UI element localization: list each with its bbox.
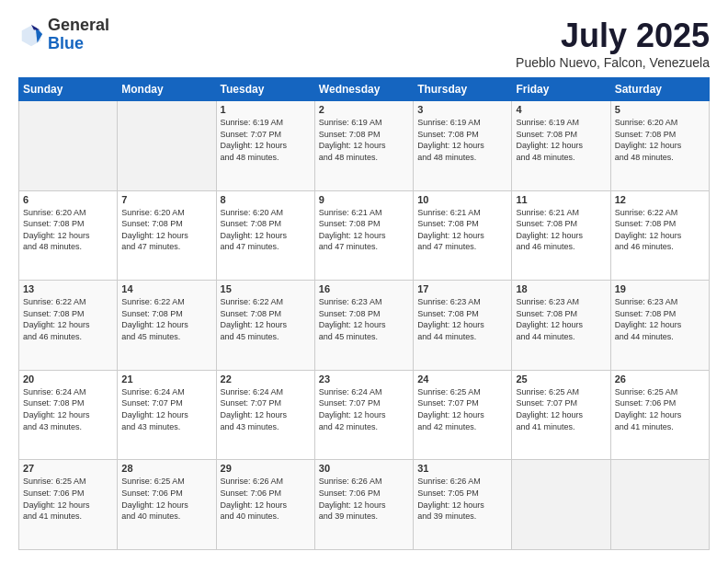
logo-general-text: General [48,16,109,34]
calendar-cell: 12Sunrise: 6:22 AM Sunset: 7:08 PM Dayli… [610,190,709,281]
calendar-header-row: SundayMondayTuesdayWednesdayThursdayFrid… [19,78,710,101]
calendar-cell: 11Sunrise: 6:21 AM Sunset: 7:08 PM Dayli… [512,190,610,281]
day-info: Sunrise: 6:23 AM Sunset: 7:08 PM Dayligh… [417,296,507,342]
calendar-cell: 18Sunrise: 6:23 AM Sunset: 7:08 PM Dayli… [512,281,610,371]
day-number: 12 [615,194,705,205]
day-info: Sunrise: 6:25 AM Sunset: 7:06 PM Dayligh… [121,476,211,522]
day-number: 30 [319,463,409,474]
day-number: 15 [221,283,311,294]
day-number: 14 [121,283,211,294]
day-number: 29 [221,463,311,474]
day-of-week-header: Monday [118,78,216,101]
calendar-week-row: 13Sunrise: 6:22 AM Sunset: 7:08 PM Dayli… [19,281,710,371]
day-of-week-header: Wednesday [314,78,413,101]
day-number: 24 [417,373,507,385]
day-number: 25 [516,373,606,385]
calendar-table: SundayMondayTuesdayWednesdayThursdayFrid… [18,77,710,550]
day-number: 17 [417,283,507,294]
header: General Blue July 2025 Pueblo Nuevo, Fal… [18,17,710,70]
calendar-cell: 9Sunrise: 6:21 AM Sunset: 7:08 PM Daylig… [314,190,413,281]
calendar-cell: 7Sunrise: 6:20 AM Sunset: 7:08 PM Daylig… [118,190,216,281]
day-number: 27 [23,463,113,474]
calendar-cell [118,101,216,191]
day-number: 26 [615,373,705,385]
calendar-cell: 16Sunrise: 6:23 AM Sunset: 7:08 PM Dayli… [314,281,413,371]
day-info: Sunrise: 6:19 AM Sunset: 7:08 PM Dayligh… [319,117,409,163]
calendar-cell: 5Sunrise: 6:20 AM Sunset: 7:08 PM Daylig… [610,101,709,191]
day-info: Sunrise: 6:24 AM Sunset: 7:07 PM Dayligh… [221,386,311,432]
calendar-cell: 27Sunrise: 6:25 AM Sunset: 7:06 PM Dayli… [19,460,118,550]
calendar-cell: 3Sunrise: 6:19 AM Sunset: 7:08 PM Daylig… [414,101,512,191]
day-of-week-header: Thursday [414,78,512,101]
day-of-week-header: Friday [512,78,610,101]
day-info: Sunrise: 6:19 AM Sunset: 7:07 PM Dayligh… [221,117,311,163]
day-number: 11 [516,194,606,205]
calendar-cell: 2Sunrise: 6:19 AM Sunset: 7:08 PM Daylig… [314,101,413,191]
month-title: July 2025 [516,17,710,55]
day-info: Sunrise: 6:21 AM Sunset: 7:08 PM Dayligh… [516,207,606,253]
day-info: Sunrise: 6:21 AM Sunset: 7:08 PM Dayligh… [319,207,409,253]
day-number: 31 [417,463,507,474]
day-info: Sunrise: 6:22 AM Sunset: 7:08 PM Dayligh… [221,296,311,342]
day-info: Sunrise: 6:19 AM Sunset: 7:08 PM Dayligh… [417,117,507,163]
calendar-week-row: 1Sunrise: 6:19 AM Sunset: 7:07 PM Daylig… [19,101,710,191]
day-info: Sunrise: 6:26 AM Sunset: 7:05 PM Dayligh… [417,476,507,522]
calendar-cell: 24Sunrise: 6:25 AM Sunset: 7:07 PM Dayli… [414,370,512,460]
day-info: Sunrise: 6:21 AM Sunset: 7:08 PM Dayligh… [417,207,507,253]
day-number: 13 [23,283,113,294]
calendar-cell: 28Sunrise: 6:25 AM Sunset: 7:06 PM Dayli… [118,460,216,550]
day-info: Sunrise: 6:22 AM Sunset: 7:08 PM Dayligh… [23,296,113,342]
day-number: 19 [615,283,705,294]
calendar-cell: 19Sunrise: 6:23 AM Sunset: 7:08 PM Dayli… [610,281,709,371]
day-number: 20 [23,373,113,385]
calendar-cell: 17Sunrise: 6:23 AM Sunset: 7:08 PM Dayli… [414,281,512,371]
day-number: 1 [221,104,311,115]
day-number: 3 [417,104,507,115]
calendar-cell [610,460,709,550]
calendar-cell: 26Sunrise: 6:25 AM Sunset: 7:06 PM Dayli… [610,370,709,460]
calendar-cell: 22Sunrise: 6:24 AM Sunset: 7:07 PM Dayli… [216,370,314,460]
day-number: 9 [319,194,409,205]
day-number: 18 [516,283,606,294]
day-number: 28 [121,463,211,474]
day-number: 8 [221,194,311,205]
calendar-cell: 30Sunrise: 6:26 AM Sunset: 7:06 PM Dayli… [314,460,413,550]
day-info: Sunrise: 6:25 AM Sunset: 7:06 PM Dayligh… [615,386,705,432]
day-info: Sunrise: 6:19 AM Sunset: 7:08 PM Dayligh… [516,117,606,163]
day-info: Sunrise: 6:24 AM Sunset: 7:08 PM Dayligh… [23,386,113,432]
day-info: Sunrise: 6:25 AM Sunset: 7:07 PM Dayligh… [516,386,606,432]
calendar-cell: 14Sunrise: 6:22 AM Sunset: 7:08 PM Dayli… [118,281,216,371]
calendar-cell: 4Sunrise: 6:19 AM Sunset: 7:08 PM Daylig… [512,101,610,191]
day-number: 7 [121,194,211,205]
day-of-week-header: Sunday [19,78,118,101]
calendar-cell: 25Sunrise: 6:25 AM Sunset: 7:07 PM Dayli… [512,370,610,460]
day-info: Sunrise: 6:22 AM Sunset: 7:08 PM Dayligh… [121,296,211,342]
calendar-week-row: 20Sunrise: 6:24 AM Sunset: 7:08 PM Dayli… [19,370,710,460]
calendar-cell: 29Sunrise: 6:26 AM Sunset: 7:06 PM Dayli… [216,460,314,550]
day-info: Sunrise: 6:20 AM Sunset: 7:08 PM Dayligh… [615,117,705,163]
calendar-cell [512,460,610,550]
day-info: Sunrise: 6:26 AM Sunset: 7:06 PM Dayligh… [221,476,311,522]
day-info: Sunrise: 6:20 AM Sunset: 7:08 PM Dayligh… [23,207,113,253]
day-info: Sunrise: 6:24 AM Sunset: 7:07 PM Dayligh… [319,386,409,432]
calendar-cell [19,101,118,191]
page: General Blue July 2025 Pueblo Nuevo, Fal… [0,0,728,563]
logo: General Blue [18,17,109,53]
day-info: Sunrise: 6:26 AM Sunset: 7:06 PM Dayligh… [319,476,409,522]
day-info: Sunrise: 6:23 AM Sunset: 7:08 PM Dayligh… [615,296,705,342]
calendar-week-row: 6Sunrise: 6:20 AM Sunset: 7:08 PM Daylig… [19,190,710,281]
day-number: 16 [319,283,409,294]
location-subtitle: Pueblo Nuevo, Falcon, Venezuela [516,55,710,70]
calendar-cell: 20Sunrise: 6:24 AM Sunset: 7:08 PM Dayli… [19,370,118,460]
day-info: Sunrise: 6:25 AM Sunset: 7:07 PM Dayligh… [417,386,507,432]
day-of-week-header: Tuesday [216,78,314,101]
day-number: 22 [221,373,311,385]
calendar-cell: 21Sunrise: 6:24 AM Sunset: 7:07 PM Dayli… [118,370,216,460]
calendar-cell: 13Sunrise: 6:22 AM Sunset: 7:08 PM Dayli… [19,281,118,371]
calendar-cell: 6Sunrise: 6:20 AM Sunset: 7:08 PM Daylig… [19,190,118,281]
day-number: 10 [417,194,507,205]
day-number: 23 [319,373,409,385]
day-number: 4 [516,104,606,115]
calendar-week-row: 27Sunrise: 6:25 AM Sunset: 7:06 PM Dayli… [19,460,710,550]
logo-blue-text: Blue [48,34,84,52]
